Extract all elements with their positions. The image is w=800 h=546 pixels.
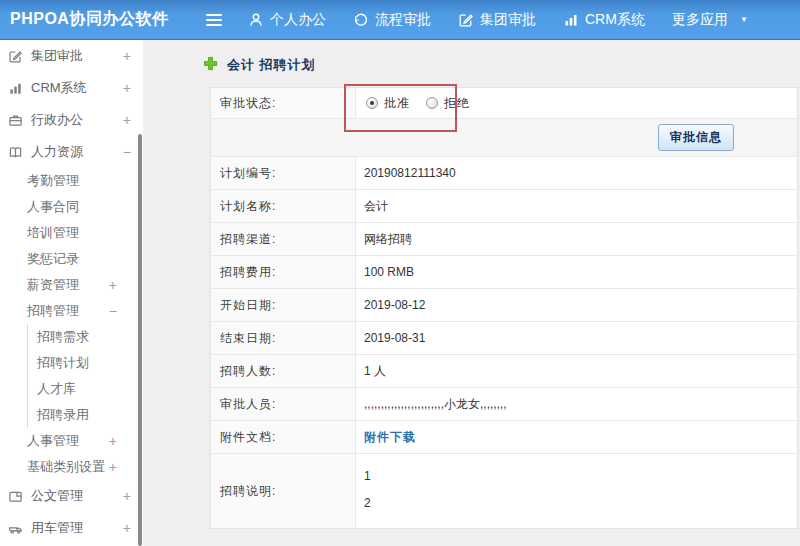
collapse-icon[interactable]: − — [109, 303, 117, 319]
expand-icon[interactable]: + — [123, 80, 131, 96]
nav-crm[interactable]: CRM系统 — [563, 11, 645, 29]
expand-icon[interactable]: + — [123, 520, 131, 536]
sidebar-item-recruit-plan[interactable]: 招聘计划 — [28, 350, 143, 376]
history-icon — [353, 12, 369, 28]
car-icon — [8, 521, 25, 536]
form-label: 计划名称: — [211, 190, 356, 222]
approval-form: 审批状态: 批准 拒绝 审批信息 计划编号: 20190812111340 计划… — [210, 87, 798, 529]
app-logo: PHPOA协同办公软件 — [10, 9, 192, 30]
form-label: 计划编号: — [211, 157, 356, 189]
row-approve-action: 审批信息 — [211, 119, 797, 157]
sidebar-item-documents[interactable]: 公文管理 + — [0, 480, 143, 512]
expand-icon[interactable]: + — [109, 459, 117, 475]
add-icon — [203, 56, 218, 75]
nav-more-apps[interactable]: 更多应用 ▼ — [672, 11, 748, 29]
row-approvers: 审批人员: ,,,,,,,,,,,,,,,,,,,,,,,,小龙女,,,,,,,… — [211, 388, 797, 421]
row-description: 招聘说明: 1 2 — [211, 454, 797, 528]
radio-approve-label[interactable]: 批准 — [384, 95, 410, 112]
sidebar-item-training[interactable]: 培训管理 — [0, 220, 143, 246]
sidebar-item-vehicle[interactable]: 用车管理 + — [0, 512, 143, 544]
nav-label: 个人办公 — [270, 11, 326, 29]
top-bar: PHPOA协同办公软件 个人办公 流程审批 — [0, 0, 800, 40]
nav-label: 集团审批 — [480, 11, 536, 29]
sidebar-item-crm[interactable]: CRM系统 + — [0, 72, 143, 104]
form-label: 招聘说明: — [211, 454, 356, 528]
row-recruit-channel: 招聘渠道: 网络招聘 — [211, 223, 797, 256]
form-value: 1 2 — [356, 454, 797, 528]
form-value: 会计 — [356, 190, 797, 222]
expand-icon[interactable]: + — [123, 488, 131, 504]
row-recruit-cost: 招聘费用: 100 RMB — [211, 256, 797, 289]
nav-group-approval[interactable]: 集团审批 — [458, 11, 536, 29]
nav-label: 更多应用 — [672, 11, 728, 29]
form-value: 20190812111340 — [356, 157, 797, 189]
sidebar-item-group-approval[interactable]: 集团审批 + — [0, 40, 143, 72]
row-end-date: 结束日期: 2019-08-31 — [211, 322, 797, 355]
form-value: 2019-08-12 — [356, 289, 797, 321]
form-label: 开始日期: — [211, 289, 356, 321]
sidebar: 集团审批 + CRM系统 + 行政办公 + — [0, 40, 143, 546]
form-label: 结束日期: — [211, 322, 356, 354]
bar-chart-icon — [563, 12, 579, 28]
page-title-text: 会计 招聘计划 — [227, 56, 316, 74]
bar-chart-icon — [8, 81, 25, 96]
page-title: 会计 招聘计划 — [143, 40, 800, 75]
edit-icon — [8, 49, 25, 64]
form-value: ,,,,,,,,,,,,,,,,,,,,,,,,小龙女,,,,,,,, — [356, 388, 797, 420]
row-plan-name: 计划名称: 会计 — [211, 190, 797, 223]
expand-icon[interactable]: + — [109, 277, 117, 293]
form-label: 审批人员: — [211, 388, 356, 420]
recruitment-submenu: 招聘需求 招聘计划 人才库 招聘录用 — [27, 324, 143, 428]
form-value: 100 RMB — [356, 256, 797, 288]
form-label: 审批状态: — [211, 88, 356, 118]
row-approval-status: 审批状态: 批准 拒绝 — [211, 88, 797, 119]
row-start-date: 开始日期: 2019-08-12 — [211, 289, 797, 322]
row-plan-number: 计划编号: 20190812111340 — [211, 157, 797, 190]
form-label: 招聘费用: — [211, 256, 356, 288]
approve-info-button[interactable]: 审批信息 — [658, 124, 734, 151]
nav-workflow-approval[interactable]: 流程审批 — [353, 11, 431, 29]
radio-reject[interactable] — [426, 97, 438, 109]
row-attachment: 附件文档: 附件下载 — [211, 421, 797, 454]
form-label: 招聘人数: — [211, 355, 356, 387]
menu-toggle-icon[interactable] — [202, 10, 226, 30]
nav-personal-office[interactable]: 个人办公 — [248, 11, 326, 29]
row-headcount: 招聘人数: 1 人 — [211, 355, 797, 388]
nav-label: CRM系统 — [585, 11, 645, 29]
expand-icon[interactable]: + — [123, 48, 131, 64]
edit-icon — [458, 12, 474, 28]
sidebar-item-attendance[interactable]: 考勤管理 — [0, 168, 143, 194]
top-nav: 个人办公 流程审批 集团审批 — [248, 11, 775, 29]
form-value: 网络招聘 — [356, 223, 797, 255]
main-content: 会计 招聘计划 审批状态: 批准 拒绝 审批信息 计划编号: — [143, 40, 800, 546]
book-icon — [8, 145, 25, 160]
sidebar-item-personnel[interactable]: 人事管理 + — [0, 428, 143, 454]
document-icon — [8, 489, 25, 504]
briefcase-icon — [8, 113, 25, 128]
collapse-icon[interactable]: − — [123, 144, 131, 160]
form-value: 1 人 — [356, 355, 797, 387]
sidebar-item-hr[interactable]: 人力资源 − — [0, 136, 143, 168]
sidebar-item-salary[interactable]: 薪资管理 + — [0, 272, 143, 298]
sidebar-item-recruit-hiring[interactable]: 招聘录用 — [28, 402, 143, 428]
sidebar-item-talent-pool[interactable]: 人才库 — [28, 376, 143, 402]
sidebar-item-hr-contract[interactable]: 人事合同 — [0, 194, 143, 220]
radio-reject-label[interactable]: 拒绝 — [444, 95, 470, 112]
sidebar-item-admin-office[interactable]: 行政办公 + — [0, 104, 143, 136]
form-label: 招聘渠道: — [211, 223, 356, 255]
sidebar-item-rewards[interactable]: 奖惩记录 — [0, 246, 143, 272]
user-icon — [248, 12, 264, 28]
sidebar-item-base-category[interactable]: 基础类别设置 + — [0, 454, 143, 480]
caret-down-icon: ▼ — [740, 15, 748, 24]
attachment-download-link[interactable]: 附件下载 — [364, 429, 416, 446]
form-label: 附件文档: — [211, 421, 356, 453]
approval-status-options: 批准 拒绝 — [356, 88, 797, 118]
sidebar-item-recruitment[interactable]: 招聘管理 − — [0, 298, 143, 324]
sidebar-scrollbar[interactable] — [138, 134, 142, 546]
sidebar-item-recruit-demand[interactable]: 招聘需求 — [28, 324, 143, 350]
radio-approve[interactable] — [366, 97, 378, 109]
nav-label: 流程审批 — [375, 11, 431, 29]
expand-icon[interactable]: + — [123, 112, 131, 128]
form-value: 2019-08-31 — [356, 322, 797, 354]
expand-icon[interactable]: + — [109, 433, 117, 449]
